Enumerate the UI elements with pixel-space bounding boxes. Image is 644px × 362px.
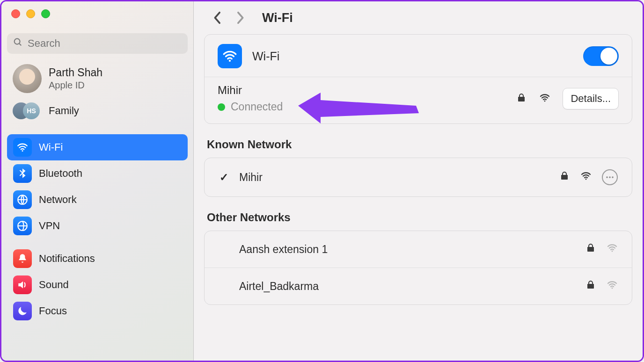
lock-icon	[559, 170, 570, 184]
sidebar-item-network[interactable]: Network	[7, 187, 188, 213]
status-dot-icon	[218, 103, 225, 111]
lock-icon	[585, 242, 596, 256]
main-content: Wi-Fi Wi-Fi Mihir Connected	[194, 1, 643, 361]
sidebar-item-label: Wi-Fi	[39, 141, 63, 153]
family-avatar-stack: HS	[13, 102, 42, 119]
lock-icon	[516, 92, 527, 105]
moon-icon	[13, 302, 32, 320]
wifi-signal-icon	[607, 242, 618, 256]
sidebar-item-focus[interactable]: Focus	[7, 298, 188, 324]
svg-point-8	[585, 179, 587, 180]
sidebar-item-label: VPN	[39, 220, 60, 232]
minimize-window-button[interactable]	[26, 9, 35, 18]
back-button[interactable]	[212, 10, 224, 26]
account-name: Parth Shah	[49, 66, 102, 79]
connection-status: Connected	[231, 101, 283, 113]
checkmark-icon: ✓	[219, 171, 229, 184]
account-subtitle: Apple ID	[49, 80, 102, 91]
close-window-button[interactable]	[11, 9, 20, 18]
wifi-panel: Wi-Fi Mihir Connected	[204, 34, 632, 124]
known-network-list: ✓ Mihir	[204, 158, 632, 197]
svg-point-6	[544, 100, 546, 101]
svg-point-11	[612, 176, 614, 178]
search-icon	[13, 37, 23, 50]
vpn-icon	[13, 217, 32, 235]
other-networks-list: Aansh extension 1 Airtel_Badkarma	[204, 231, 632, 305]
sidebar-item-vpn[interactable]: VPN	[7, 213, 188, 239]
bluetooth-icon	[13, 164, 32, 183]
family-label: Family	[49, 105, 79, 117]
family-row[interactable]: HS Family	[1, 98, 193, 128]
wifi-toggle[interactable]	[583, 46, 619, 66]
wifi-label: Wi-Fi	[252, 50, 279, 63]
svg-point-5	[229, 60, 231, 62]
lock-icon	[585, 279, 596, 293]
svg-point-12	[612, 251, 613, 252]
sidebar-item-label: Notifications	[39, 253, 95, 265]
apple-id-account[interactable]: Parth Shah Apple ID	[1, 58, 193, 98]
svg-line-1	[19, 43, 21, 45]
sidebar-item-sound[interactable]: Sound	[7, 272, 188, 298]
svg-point-10	[609, 176, 611, 178]
title-bar: Wi-Fi	[194, 7, 643, 34]
sidebar-item-label: Focus	[39, 305, 67, 317]
svg-point-2	[22, 150, 23, 152]
other-networks-heading: Other Networks	[207, 211, 629, 224]
sidebar-item-label: Bluetooth	[39, 167, 82, 180]
wifi-icon	[13, 138, 32, 157]
known-network-row[interactable]: ✓ Mihir	[205, 158, 632, 196]
page-title: Wi-Fi	[262, 11, 293, 25]
sidebar-item-label: Network	[39, 194, 77, 206]
network-name: Airtel_Badkarma	[239, 280, 319, 293]
sidebar-item-wifi[interactable]: Wi-Fi	[7, 134, 188, 160]
network-name: Mihir	[239, 171, 263, 184]
known-network-heading: Known Network	[207, 138, 629, 151]
network-name: Aansh extension 1	[239, 243, 328, 256]
wifi-signal-icon	[539, 92, 550, 105]
other-network-row[interactable]: Aansh extension 1	[205, 231, 632, 268]
svg-point-0	[15, 39, 20, 44]
wifi-icon	[218, 44, 242, 68]
svg-point-13	[612, 288, 613, 289]
window-controls	[1, 9, 193, 18]
current-network-name: Mihir	[218, 84, 283, 97]
sidebar: Parth Shah Apple ID HS Family Wi-Fi Blue…	[1, 1, 194, 361]
sidebar-item-notifications[interactable]: Notifications	[7, 246, 188, 272]
search-field[interactable]	[7, 33, 188, 54]
sidebar-item-label: Sound	[39, 279, 69, 291]
zoom-window-button[interactable]	[41, 9, 50, 18]
svg-point-9	[606, 176, 608, 178]
search-input[interactable]	[28, 37, 182, 50]
speaker-icon	[13, 275, 32, 294]
wifi-signal-icon	[580, 170, 592, 184]
avatar	[13, 64, 42, 93]
details-button[interactable]: Details...	[563, 88, 619, 109]
globe-icon	[13, 190, 32, 209]
bell-icon	[13, 249, 32, 268]
other-network-row[interactable]: Airtel_Badkarma	[205, 268, 632, 304]
current-network-row[interactable]: Mihir Connected Details...	[205, 77, 632, 123]
more-options-button[interactable]	[602, 169, 618, 185]
forward-button[interactable]	[234, 10, 246, 26]
sidebar-item-bluetooth[interactable]: Bluetooth	[7, 160, 188, 187]
wifi-signal-icon	[607, 279, 618, 293]
